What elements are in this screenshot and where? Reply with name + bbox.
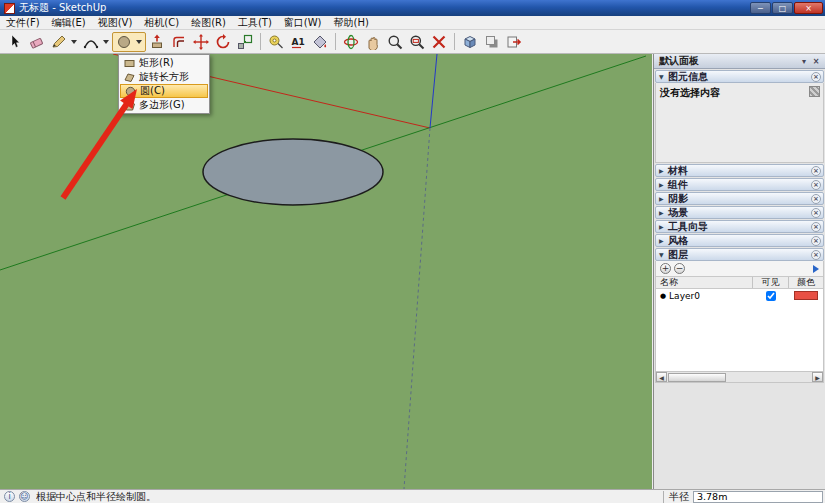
section-scenes[interactable]: ▶ 场景 ×: [655, 206, 824, 219]
entity-info-header[interactable]: ▼ 图元信息 ×: [655, 70, 824, 83]
toolbar-separator: [260, 33, 261, 50]
menu-item-camera[interactable]: 相机(C): [138, 16, 185, 30]
credits-icon[interactable]: ☺: [19, 491, 30, 502]
menu-item-edit[interactable]: 编辑(E): [46, 16, 92, 30]
main-canvas[interactable]: [0, 54, 652, 489]
layer-visible-checkbox[interactable]: [766, 291, 776, 301]
menu-item-draw[interactable]: 绘图(R): [185, 16, 232, 30]
pushpull-tool-button[interactable]: [146, 32, 168, 52]
layers-column-headers: 名称 可见 颜色: [656, 276, 823, 289]
paint-bucket-tool-button[interactable]: [309, 32, 331, 52]
close-x: ×: [813, 223, 819, 231]
section-instructor[interactable]: ▶ 工具向导 ×: [655, 220, 824, 233]
chevron-down-icon[interactable]: [103, 40, 109, 44]
pan-tool-button[interactable]: [362, 32, 384, 52]
move-icon: [193, 34, 209, 50]
menu-item-window[interactable]: 窗口(W): [278, 16, 328, 30]
menu-item-rectangle[interactable]: 矩形(R): [120, 56, 208, 70]
scrollbar-thumb[interactable]: [668, 373, 726, 382]
minimize-button[interactable]: ─: [750, 2, 771, 14]
section-materials[interactable]: ▶ 材料 ×: [655, 164, 824, 177]
menu-item-tools[interactable]: 工具(T): [232, 16, 278, 30]
layer-row[interactable]: ● Layer0: [656, 289, 823, 302]
details-toggle-icon[interactable]: [809, 86, 820, 97]
section-close-icon[interactable]: ×: [811, 180, 821, 190]
move-tool-button[interactable]: [190, 32, 212, 52]
drawing-viewport[interactable]: [0, 54, 652, 489]
add-layer-button[interactable]: +: [660, 263, 671, 274]
circle-tool-button[interactable]: [113, 32, 135, 52]
layer-detail-arrow-icon[interactable]: [813, 265, 819, 273]
section-styles[interactable]: ▶ 风格 ×: [655, 234, 824, 247]
polygon-icon: [123, 100, 135, 111]
tape-measure-icon: [268, 34, 284, 50]
chevron-down-icon[interactable]: [136, 40, 142, 44]
menu-item-view[interactable]: 视图(V): [92, 16, 139, 30]
zoom-extents-tool-button[interactable]: [428, 32, 450, 52]
layers-header[interactable]: ▼ 图层 ×: [655, 248, 824, 261]
section-close-icon[interactable]: ×: [811, 222, 821, 232]
scroll-right-button[interactable]: ▶: [812, 372, 823, 382]
orbit-tool-button[interactable]: [340, 32, 362, 52]
text-tool-button[interactable]: A1: [287, 32, 309, 52]
section-close-icon[interactable]: ×: [811, 236, 821, 246]
arc-tool-button[interactable]: [80, 32, 102, 52]
section-close-icon[interactable]: ×: [811, 208, 821, 218]
collapsed-arrow-icon: ▶: [659, 237, 668, 244]
close-x: ×: [813, 73, 819, 81]
export-tool-button[interactable]: [503, 32, 525, 52]
minimize-icon: ─: [758, 4, 763, 13]
chevron-down-icon[interactable]: [71, 40, 77, 44]
section-label: 阴影: [668, 192, 688, 206]
line-tool-button[interactable]: [48, 32, 70, 52]
styles-tool-button[interactable]: [459, 32, 481, 52]
tray-menu-icon[interactable]: ▾: [798, 57, 810, 66]
section-shadows[interactable]: ▶ 阴影 ×: [655, 192, 824, 205]
column-visible[interactable]: 可见: [753, 277, 789, 288]
menu-item-polygon[interactable]: 多边形(G): [120, 98, 208, 112]
shadows-tool-button[interactable]: [481, 32, 503, 52]
column-color[interactable]: 颜色: [789, 277, 823, 288]
menu-item-rotated-rectangle[interactable]: 旋转长方形: [120, 70, 208, 84]
section-close-icon[interactable]: ×: [811, 72, 821, 82]
window-title: 无标题 - SketchUp: [19, 1, 750, 15]
radius-input[interactable]: [693, 491, 823, 503]
section-close-icon[interactable]: ×: [811, 194, 821, 204]
default-tray-panel: 默认面板 ▾ × ▼ 图元信息 × 没有选择内容 ▶ 材料 × ▶ 组件 × ▶…: [653, 54, 825, 489]
scroll-left-button[interactable]: ◀: [656, 372, 667, 382]
section-components[interactable]: ▶ 组件 ×: [655, 178, 824, 191]
zoom-window-icon: [409, 34, 425, 50]
column-name[interactable]: 名称: [656, 277, 753, 288]
text-tool-icon: A1: [290, 34, 306, 50]
zoom-window-tool-button[interactable]: [406, 32, 428, 52]
menu-item-file[interactable]: 文件(F): [0, 16, 46, 30]
close-button[interactable]: ×: [794, 2, 823, 14]
layer-color-swatch[interactable]: [794, 291, 818, 300]
rectangle-icon: [123, 58, 135, 69]
menu-item-help[interactable]: 帮助(H): [328, 16, 375, 30]
geolocation-icon[interactable]: i: [4, 491, 15, 502]
rotate-tool-button[interactable]: [212, 32, 234, 52]
select-tool-button[interactable]: [4, 32, 26, 52]
menu-item-label: 圆(C): [140, 84, 165, 98]
eraser-tool-button[interactable]: [26, 32, 48, 52]
collapsed-arrow-icon: ▶: [659, 223, 668, 230]
tape-measure-tool-button[interactable]: [265, 32, 287, 52]
layers-horizontal-scrollbar[interactable]: ◀ ▶: [656, 371, 823, 382]
maximize-button[interactable]: □: [772, 2, 793, 14]
arc-icon: [83, 34, 99, 50]
menu-item-circle[interactable]: 圆(C): [120, 84, 208, 98]
zoom-tool-button[interactable]: [384, 32, 406, 52]
offset-tool-button[interactable]: [168, 32, 190, 52]
scale-icon: [237, 34, 253, 50]
section-close-icon[interactable]: ×: [811, 166, 821, 176]
section-close-icon[interactable]: ×: [811, 250, 821, 260]
shapes-flyout-menu: 矩形(R) 旋转长方形 圆(C) 多边形(G): [118, 54, 210, 114]
remove-layer-button[interactable]: −: [674, 263, 685, 274]
close-x: ×: [813, 251, 819, 259]
offset-icon: [171, 34, 187, 50]
current-layer-radio-icon[interactable]: ●: [660, 292, 666, 300]
tray-close-icon[interactable]: ×: [810, 57, 822, 66]
scale-tool-button[interactable]: [234, 32, 256, 52]
close-x: ×: [813, 209, 819, 217]
